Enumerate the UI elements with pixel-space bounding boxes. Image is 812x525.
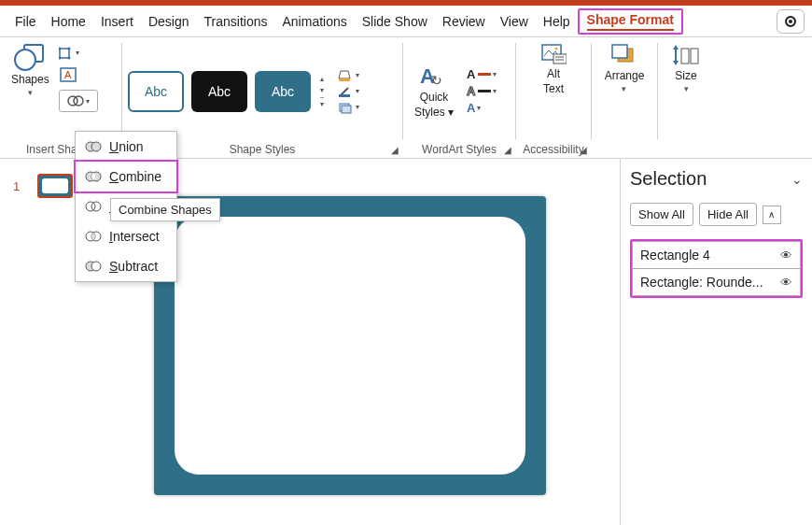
record-button[interactable] bbox=[777, 9, 805, 34]
menu-animations[interactable]: Animations bbox=[274, 10, 354, 33]
gallery-up-icon[interactable]: ▴ bbox=[320, 75, 324, 83]
arrange-icon bbox=[610, 43, 638, 67]
menu-label: Intersect bbox=[109, 229, 160, 244]
shape-effects-button[interactable]: ▾ bbox=[337, 101, 359, 114]
menu-item-union[interactable]: Union bbox=[76, 132, 176, 162]
gallery-more-icon[interactable]: ▾ bbox=[320, 97, 324, 108]
menu-item-subtract[interactable]: Subtract bbox=[76, 251, 176, 281]
style-preset-1[interactable]: Abc bbox=[128, 71, 184, 112]
svg-point-10 bbox=[74, 96, 83, 106]
thumbnail-pane[interactable] bbox=[0, 159, 80, 525]
selection-item-label: Rectangle 4 bbox=[640, 248, 710, 262]
svg-rect-11 bbox=[339, 78, 350, 81]
svg-point-33 bbox=[86, 202, 95, 211]
group-wordart-styles: A↻ Quick Styles ▾ A▾ A▾ A▾ WordArt Style… bbox=[403, 37, 515, 158]
size-icon bbox=[672, 43, 700, 67]
alt-text-button[interactable]: Alt Text bbox=[535, 41, 572, 97]
menu-slideshow[interactable]: Slide Show bbox=[355, 10, 435, 33]
svg-point-3 bbox=[59, 48, 62, 50]
menu-bar: File Home Insert Design Transitions Anim… bbox=[0, 6, 812, 37]
svg-marker-26 bbox=[673, 61, 679, 65]
style-preset-3[interactable]: Abc bbox=[255, 71, 311, 112]
shapes-icon bbox=[14, 43, 46, 71]
text-outline-button[interactable]: A▾ bbox=[467, 84, 497, 98]
chevron-down-icon: ▾ bbox=[622, 84, 626, 93]
alt-text-icon bbox=[540, 43, 567, 65]
menu-design[interactable]: Design bbox=[141, 10, 197, 33]
quick-styles-label-line2: Styles ▾ bbox=[414, 106, 454, 119]
scroll-up-button[interactable]: ∧ bbox=[763, 206, 781, 224]
svg-text:A: A bbox=[64, 69, 72, 80]
merge-shapes-button[interactable]: ▾ bbox=[59, 90, 98, 112]
svg-point-5 bbox=[59, 57, 62, 60]
gallery-down-icon[interactable]: ▾ bbox=[320, 86, 324, 94]
selection-pane: Selection ⌄ Show All Hide All ∧ Rectangl… bbox=[620, 159, 812, 525]
menu-help[interactable]: Help bbox=[536, 10, 578, 33]
menu-shape-format[interactable]: Shape Format bbox=[578, 8, 683, 35]
menu-transitions[interactable]: Transitions bbox=[197, 10, 275, 33]
quick-styles-button[interactable]: A↻ Quick Styles ▾ bbox=[409, 63, 459, 121]
menu-item-intersect[interactable]: Intersect bbox=[76, 221, 176, 251]
svg-rect-27 bbox=[681, 49, 689, 64]
hide-all-button[interactable]: Hide All bbox=[699, 203, 757, 226]
svg-point-30 bbox=[91, 142, 101, 151]
svg-rect-23 bbox=[612, 45, 627, 58]
size-button[interactable]: Size ▾ bbox=[666, 41, 706, 95]
quick-styles-label-line1: Quick bbox=[420, 91, 449, 104]
menu-label: Union bbox=[109, 139, 144, 154]
arrange-label: Arrange bbox=[605, 69, 645, 82]
alt-text-line1: Alt bbox=[547, 67, 560, 80]
selection-pane-title: Selection bbox=[630, 168, 707, 190]
selection-items-list: Rectangle 4 👁 Rectangle: Rounde... 👁 bbox=[630, 239, 803, 298]
combine-icon bbox=[85, 170, 102, 183]
shape-outline-button[interactable]: ▾ bbox=[337, 85, 359, 98]
shape-fill-button[interactable]: ▾ bbox=[337, 69, 359, 82]
svg-point-34 bbox=[91, 202, 101, 211]
tooltip-combine-shapes: Combine Shapes bbox=[110, 198, 220, 221]
shapes-gallery-button[interactable]: Shapes ▾ bbox=[6, 41, 55, 99]
svg-point-6 bbox=[67, 57, 70, 60]
svg-point-1 bbox=[15, 50, 35, 70]
size-label: Size bbox=[675, 69, 696, 82]
svg-rect-12 bbox=[339, 94, 350, 97]
group-arrange: Arrange ▾ bbox=[592, 37, 657, 158]
slide-shape-frame[interactable] bbox=[154, 196, 546, 495]
chevron-down-icon: ▾ bbox=[684, 84, 689, 93]
svg-point-4 bbox=[67, 48, 70, 50]
selection-item[interactable]: Rectangle: Rounde... 👁 bbox=[632, 269, 801, 296]
menu-file[interactable]: File bbox=[7, 10, 44, 33]
menu-view[interactable]: View bbox=[493, 10, 536, 33]
visibility-toggle-icon[interactable]: 👁 bbox=[780, 276, 792, 290]
intersect-icon bbox=[85, 230, 102, 243]
group-label-wordart: WordArt Styles bbox=[409, 141, 510, 156]
svg-rect-14 bbox=[342, 106, 351, 113]
dialog-launcher-icon[interactable]: ◢ bbox=[504, 145, 511, 155]
menu-home[interactable]: Home bbox=[44, 10, 93, 33]
menu-label: Combine bbox=[109, 169, 161, 184]
edit-points-button[interactable]: ▾ bbox=[59, 43, 79, 62]
shapes-label: Shapes bbox=[11, 73, 49, 86]
collapse-pane-icon[interactable]: ⌄ bbox=[791, 172, 803, 187]
fragment-icon bbox=[85, 200, 102, 213]
dialog-launcher-icon[interactable]: ◢ bbox=[580, 145, 587, 155]
union-icon bbox=[85, 140, 102, 153]
show-all-button[interactable]: Show All bbox=[630, 203, 693, 226]
menu-label: Subtract bbox=[109, 259, 158, 274]
subtract-icon bbox=[85, 260, 102, 273]
selection-item[interactable]: Rectangle 4 👁 bbox=[632, 241, 801, 269]
menu-review[interactable]: Review bbox=[435, 10, 493, 33]
svg-text:↻: ↻ bbox=[431, 73, 442, 88]
text-effects-button[interactable]: A▾ bbox=[467, 101, 497, 115]
visibility-toggle-icon[interactable]: 👁 bbox=[780, 248, 792, 262]
arrange-button[interactable]: Arrange ▾ bbox=[599, 41, 651, 95]
text-fill-button[interactable]: A▾ bbox=[467, 67, 497, 81]
svg-marker-25 bbox=[673, 45, 679, 50]
chevron-down-icon: ▾ bbox=[86, 97, 90, 106]
style-preset-2[interactable]: Abc bbox=[191, 71, 247, 112]
slide-rounded-rect[interactable] bbox=[175, 217, 525, 475]
text-box-button[interactable]: A bbox=[59, 65, 79, 84]
svg-point-38 bbox=[91, 262, 101, 271]
menu-item-combine[interactable]: Combine bbox=[76, 162, 176, 192]
menu-insert[interactable]: Insert bbox=[93, 10, 141, 33]
dialog-launcher-icon[interactable]: ◢ bbox=[391, 145, 399, 155]
